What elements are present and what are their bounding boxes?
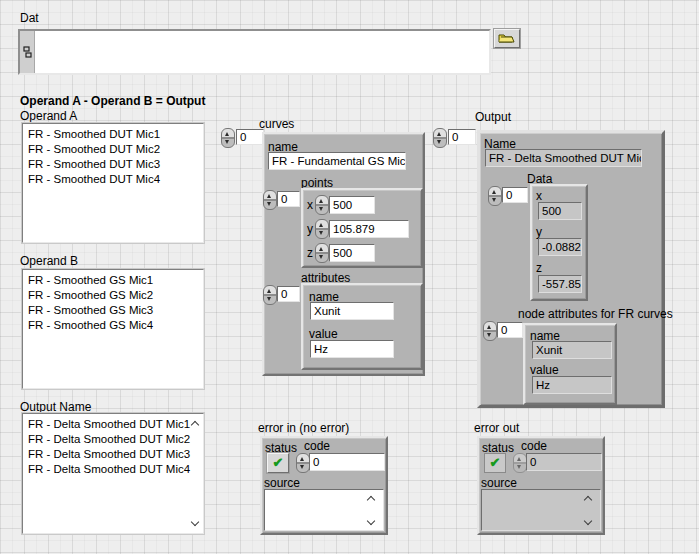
scroll-up-icon[interactable] bbox=[366, 494, 376, 503]
path-input[interactable] bbox=[18, 29, 491, 75]
error-out-code-field: 0 bbox=[526, 453, 602, 471]
z-field[interactable]: 500 bbox=[329, 244, 375, 262]
y-field[interactable]: 105.879 bbox=[329, 220, 409, 238]
error-out-code-spinner bbox=[513, 453, 527, 473]
x-label: x bbox=[307, 199, 313, 212]
output-name-listbox[interactable]: FR - Delta Smoothed DUT Mic1 FR - Delta … bbox=[22, 413, 204, 534]
output-index-value[interactable]: 0 bbox=[448, 129, 476, 145]
checkmark-icon: ✔ bbox=[485, 454, 505, 471]
z-label: z bbox=[307, 247, 313, 260]
data-x-field: 500 bbox=[538, 202, 582, 220]
scroll-up-icon[interactable] bbox=[583, 494, 593, 503]
x-spinner[interactable] bbox=[315, 195, 329, 215]
error-in-code-label: code bbox=[304, 440, 330, 453]
attr-value-field[interactable]: Hz bbox=[310, 340, 394, 358]
node-attr-index-spinner[interactable] bbox=[483, 321, 497, 341]
list-item[interactable]: FR - Smoothed DUT Mic4 bbox=[23, 172, 203, 187]
attributes-index-value[interactable]: 0 bbox=[277, 286, 300, 302]
output-label: Output bbox=[475, 111, 511, 124]
operand-a-listbox[interactable]: FR - Smoothed DUT Mic1 FR - Smoothed DUT… bbox=[22, 123, 204, 243]
list-item[interactable]: FR - Smoothed DUT Mic1 bbox=[23, 127, 203, 142]
x-field[interactable]: 500 bbox=[329, 196, 375, 214]
output-index-spinner[interactable] bbox=[433, 128, 447, 148]
output-name-field: FR - Delta Smoothed DUT Mic1 bbox=[485, 149, 642, 167]
error-out-label: error out bbox=[474, 422, 519, 435]
node-name-field: Xunit bbox=[532, 341, 612, 359]
curve-name-field[interactable]: FR - Fundamental GS Mic1 bbox=[268, 152, 406, 170]
checkmark-icon: ✔ bbox=[268, 454, 288, 471]
attr-name-field[interactable]: Xunit bbox=[310, 302, 394, 320]
y-spinner[interactable] bbox=[315, 219, 329, 239]
list-item[interactable]: FR - Delta Smoothed DUT Mic1 bbox=[23, 417, 203, 432]
path-type-icon bbox=[23, 46, 32, 59]
attributes-index-spinner[interactable] bbox=[263, 285, 277, 305]
list-item[interactable]: FR - Delta Smoothed DUT Mic2 bbox=[23, 432, 203, 447]
list-item[interactable]: FR - Smoothed DUT Mic2 bbox=[23, 142, 203, 157]
scroll-down-icon[interactable] bbox=[366, 518, 376, 527]
data-index-value[interactable]: 0 bbox=[502, 187, 528, 203]
browse-button[interactable] bbox=[494, 29, 520, 48]
scroll-down-icon[interactable] bbox=[583, 518, 593, 527]
z-spinner[interactable] bbox=[315, 243, 329, 263]
points-index-spinner[interactable] bbox=[263, 190, 277, 210]
error-out-code-label: code bbox=[521, 440, 547, 453]
operand-a-label: Operand A bbox=[20, 110, 77, 123]
scroll-up-icon[interactable] bbox=[190, 419, 200, 428]
operand-b-listbox[interactable]: FR - Smoothed GS Mic1 FR - Smoothed GS M… bbox=[22, 269, 204, 389]
list-item[interactable]: FR - Smoothed GS Mic2 bbox=[23, 288, 203, 303]
data-index-spinner[interactable] bbox=[488, 186, 502, 206]
node-value-field: Hz bbox=[532, 376, 612, 394]
error-in-code-spinner[interactable] bbox=[296, 453, 310, 473]
operand-b-label: Operand B bbox=[20, 255, 78, 268]
data-z-field: -557.857 bbox=[538, 275, 582, 293]
path-text-area[interactable] bbox=[34, 31, 489, 73]
error-in-code-field[interactable]: 0 bbox=[309, 453, 385, 471]
error-in-label: error in (no error) bbox=[258, 422, 349, 435]
open-folder-icon bbox=[498, 32, 515, 44]
data-y-field: -0.08823 bbox=[538, 238, 582, 256]
list-item[interactable]: FR - Smoothed DUT Mic3 bbox=[23, 157, 203, 172]
curves-index-value[interactable]: 0 bbox=[236, 129, 264, 145]
path-control-label: Dat bbox=[20, 12, 39, 25]
y-label: y bbox=[307, 223, 313, 236]
node-attr-index-value[interactable]: 0 bbox=[497, 322, 523, 338]
error-in-status-button[interactable]: ✔ bbox=[267, 453, 289, 473]
curves-label: curves bbox=[259, 118, 294, 131]
front-panel: Dat Operand A - Operand B = Output Opera… bbox=[0, 0, 699, 554]
scroll-down-icon[interactable] bbox=[190, 519, 200, 528]
page-heading: Operand A - Operand B = Output bbox=[20, 95, 205, 108]
list-item[interactable]: FR - Delta Smoothed DUT Mic3 bbox=[23, 447, 203, 462]
data-z-label: z bbox=[536, 262, 542, 275]
error-out-status-indicator: ✔ bbox=[484, 453, 506, 473]
list-item[interactable]: FR - Delta Smoothed DUT Mic4 bbox=[23, 462, 203, 477]
list-item[interactable]: FR - Smoothed GS Mic3 bbox=[23, 303, 203, 318]
list-item[interactable]: FR - Smoothed GS Mic4 bbox=[23, 318, 203, 333]
node-attributes-label: node attributes for FR curves bbox=[518, 308, 673, 321]
list-item[interactable]: FR - Smoothed GS Mic1 bbox=[23, 273, 203, 288]
points-index-value[interactable]: 0 bbox=[277, 191, 300, 207]
curves-index-spinner[interactable] bbox=[221, 128, 235, 148]
